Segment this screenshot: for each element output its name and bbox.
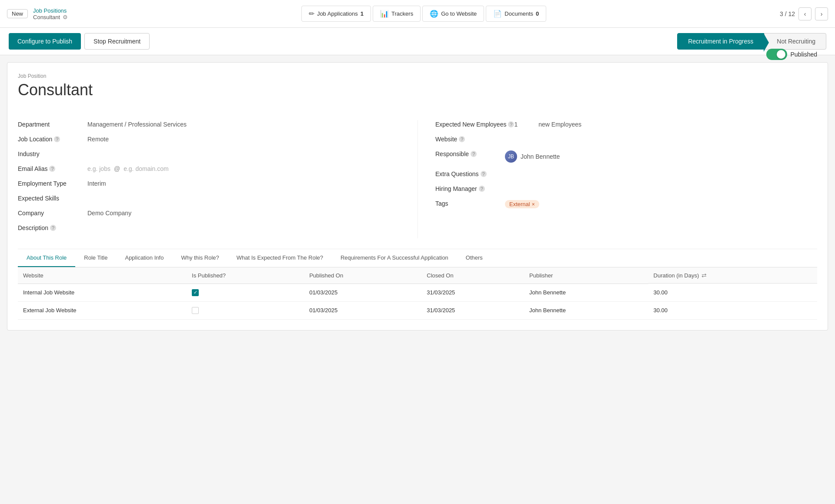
col-published-on: Published On: [304, 267, 421, 284]
tab-why[interactable]: Why this Role?: [172, 249, 227, 267]
description-help-icon[interactable]: ?: [50, 225, 56, 231]
col-publisher: Publisher: [524, 267, 648, 284]
hiring-manager-label: Hiring Manager ?: [435, 184, 505, 192]
published-toggle[interactable]: [766, 49, 787, 60]
go-to-website-button[interactable]: 🌐 Go to Website: [422, 6, 484, 22]
status-active-button[interactable]: Recruitment in Progress: [677, 33, 764, 50]
email-alias-input[interactable]: e.g. jobs: [87, 165, 110, 172]
industry-label: Industry: [18, 150, 87, 157]
cell-published-on: 01/03/2025: [304, 301, 421, 319]
status-bar: Recruitment in Progress Not Recruiting: [677, 33, 826, 50]
tab-about[interactable]: About This Role: [18, 249, 75, 267]
description-row: Description ?: [18, 224, 400, 231]
description-value[interactable]: [87, 224, 400, 224]
responsible-help-icon[interactable]: ?: [471, 151, 477, 157]
email-domain-input[interactable]: e.g. domain.com: [124, 165, 169, 172]
email-alias-row: Email Alias ? e.g. jobs @ e.g. domain.co…: [18, 164, 400, 172]
employment-type-label: Employment Type: [18, 179, 87, 187]
tag-external[interactable]: External ×: [505, 200, 539, 208]
breadcrumb-child-label: Consultant: [33, 14, 60, 20]
nav-actions: ✏ Job Applications 1 📊 Trackers 🌐 Go to …: [301, 6, 546, 22]
trackers-button[interactable]: 📊 Trackers: [373, 6, 421, 22]
job-location-label: Job Location ?: [18, 135, 87, 143]
extra-questions-help-icon[interactable]: ?: [481, 171, 487, 177]
job-location-help-icon[interactable]: ?: [54, 136, 60, 142]
extra-questions-row: Extra Questions ?: [435, 170, 817, 177]
action-bar: Configure to Publish Stop Recruitment Re…: [0, 28, 835, 55]
pencil-icon: ✏: [309, 10, 314, 18]
email-alias-value: e.g. jobs @ e.g. domain.com: [87, 164, 400, 172]
top-nav: New Job Positions Consultant ⚙ ✏ Job App…: [0, 0, 835, 28]
employment-type-row: Employment Type Interim: [18, 179, 400, 187]
cell-closed-on: 31/03/2025: [421, 301, 524, 319]
email-alias-help-icon[interactable]: ?: [49, 166, 55, 172]
company-value[interactable]: Demo Company: [87, 209, 400, 217]
tab-others[interactable]: Others: [457, 249, 491, 267]
tab-requirements[interactable]: Requirements For A Successful Applicatio…: [332, 249, 457, 267]
col-is-published: Is Published?: [187, 267, 304, 284]
cell-is-published[interactable]: [187, 284, 304, 301]
extra-questions-value[interactable]: [505, 170, 817, 170]
job-location-value[interactable]: Remote: [87, 135, 400, 143]
cell-website: Internal Job Website: [18, 284, 187, 301]
expected-employees-number[interactable]: 1: [514, 121, 518, 128]
cell-publisher: John Bennette: [524, 284, 648, 301]
email-alias-label: Email Alias ?: [18, 164, 87, 172]
publish-toggle-area: Published: [766, 49, 818, 60]
department-label: Department: [18, 120, 87, 128]
website-value[interactable]: [505, 135, 817, 136]
industry-row: Industry: [18, 150, 400, 157]
configure-publish-button[interactable]: Configure to Publish: [9, 33, 81, 50]
tab-role_title[interactable]: Role Title: [75, 249, 116, 267]
gear-icon[interactable]: ⚙: [63, 14, 68, 20]
email-at: @: [114, 165, 120, 172]
documents-button[interactable]: 📄 Documents 0: [486, 6, 546, 22]
company-row: Company Demo Company: [18, 209, 400, 217]
responsible-name: John Bennette: [521, 153, 560, 160]
employment-type-value[interactable]: Interim: [87, 179, 400, 187]
expected-skills-row: Expected Skills: [18, 194, 400, 202]
responsible-row: Responsible ? JB John Bennette: [435, 150, 817, 163]
stop-recruitment-button[interactable]: Stop Recruitment: [84, 33, 150, 50]
form-grid: Department Management / Professional Ser…: [18, 120, 817, 238]
expected-employees-unit: new Employees: [538, 121, 581, 128]
job-title[interactable]: Consultant: [18, 81, 817, 99]
extra-questions-label: Extra Questions ?: [435, 170, 505, 177]
status-inactive-button[interactable]: Not Recruiting: [764, 33, 826, 50]
breadcrumb-parent[interactable]: Job Positions: [33, 7, 68, 14]
checkbox-checked-icon[interactable]: [192, 289, 199, 296]
cell-is-published[interactable]: [187, 301, 304, 319]
breadcrumb-area: New Job Positions Consultant ⚙: [7, 7, 68, 20]
responsible-avatar: JB: [505, 150, 517, 163]
tab-app_info[interactable]: Application Info: [116, 249, 172, 267]
form-left: Department Management / Professional Ser…: [18, 120, 418, 238]
breadcrumb-child: Consultant ⚙: [33, 14, 68, 20]
expected-skills-value[interactable]: [87, 194, 400, 195]
column-settings-icon[interactable]: ⇄: [701, 272, 707, 279]
website-help-icon[interactable]: ?: [459, 136, 465, 142]
industry-value[interactable]: [87, 150, 400, 150]
prev-page-button[interactable]: ‹: [798, 7, 812, 20]
published-label: Published: [791, 51, 818, 58]
department-value[interactable]: Management / Professional Services: [87, 120, 400, 128]
checkbox-unchecked-icon[interactable]: [192, 307, 199, 314]
department-row: Department Management / Professional Ser…: [18, 120, 400, 128]
description-label: Description ?: [18, 224, 87, 231]
job-applications-button[interactable]: ✏ Job Applications 1: [301, 6, 371, 22]
chart-icon: 📊: [380, 10, 389, 18]
documents-label: Documents: [504, 10, 533, 17]
tab-expected[interactable]: What Is Expected From The Role?: [228, 249, 332, 267]
tag-external-remove[interactable]: ×: [532, 201, 535, 207]
new-badge: New: [7, 9, 28, 18]
form-right: Expected New Employees ? 1 new Employees…: [418, 120, 817, 238]
cell-duration: 30.00: [648, 301, 817, 319]
responsible-label: Responsible ?: [435, 150, 505, 157]
responsible-value[interactable]: JB John Bennette: [505, 150, 817, 163]
go-to-website-label: Go to Website: [441, 10, 477, 17]
pagination-text: 3 / 12: [780, 10, 795, 17]
expected-employees-help-icon[interactable]: ?: [508, 121, 514, 127]
next-page-button[interactable]: ›: [815, 7, 828, 20]
hiring-manager-help-icon[interactable]: ?: [479, 186, 485, 192]
hiring-manager-value[interactable]: [505, 184, 817, 185]
tabs-section: About This RoleRole TitleApplication Inf…: [18, 249, 817, 320]
